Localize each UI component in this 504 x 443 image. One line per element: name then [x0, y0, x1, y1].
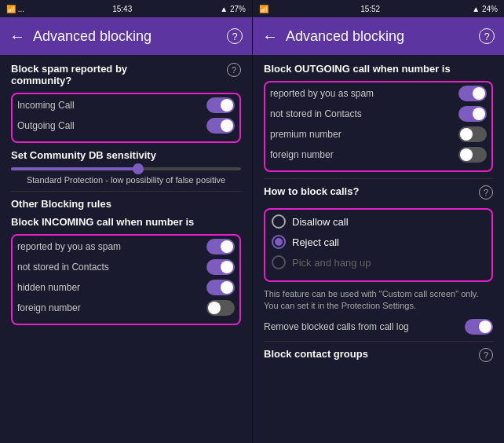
- outgoing-spam-label: reported by you as spam: [270, 88, 374, 99]
- pick-hang-label: Pick and hang up: [292, 257, 371, 269]
- left-content: Block spam reported by community? ? Inco…: [0, 55, 252, 443]
- incoming-contacts-row: not stored in Contacts: [17, 259, 235, 275]
- outgoing-premium-row: premium number: [270, 126, 487, 142]
- remove-blocked-row: Remove blocked calls from call log: [264, 319, 493, 335]
- sensitivity-title: Set Community DB sensitivity: [11, 149, 241, 161]
- reject-call-label: Reject call: [292, 236, 339, 248]
- left-top-bar: ← Advanced blocking ?: [0, 17, 252, 55]
- left-status-bar: 📶 ... 15:43 ▲ 27%: [0, 0, 252, 17]
- how-to-block-help[interactable]: ?: [479, 185, 493, 200]
- outgoing-foreign-label: foreign number: [270, 149, 334, 160]
- block-contact-groups-help[interactable]: ?: [479, 348, 493, 362]
- right-status-left: 📶: [259, 5, 268, 13]
- right-status-bar: 📶 15:52 ▲ 24%: [253, 0, 504, 17]
- outgoing-contacts-toggle[interactable]: [458, 106, 487, 122]
- left-time: 15:43: [112, 5, 132, 13]
- outgoing-contacts-label: not stored in Contacts: [270, 108, 362, 119]
- slider-label: Standard Protection - low possibility of…: [11, 175, 241, 185]
- left-status-icons: 📶 ...: [6, 5, 24, 13]
- incoming-call-row: Incoming Call: [17, 97, 235, 113]
- block-incoming-title: Block INCOMING call when number is: [11, 216, 241, 228]
- outgoing-foreign-row: foreign number: [270, 147, 487, 163]
- right-back-icon[interactable]: ←: [262, 27, 278, 46]
- left-back-icon[interactable]: ←: [9, 27, 25, 46]
- right-status-icons: 📶: [259, 5, 268, 13]
- incoming-contacts-toggle[interactable]: [206, 259, 235, 275]
- left-title: Advanced blocking: [33, 28, 219, 45]
- left-battery: ▲ 27%: [220, 5, 246, 13]
- slider-thumb[interactable]: [133, 163, 144, 174]
- incoming-hidden-label: hidden number: [17, 282, 80, 293]
- outgoing-premium-toggle[interactable]: [458, 126, 487, 142]
- disallow-call-radio[interactable]: [272, 214, 286, 229]
- outgoing-spam-row: reported by you as spam: [270, 86, 487, 101]
- block-contact-groups-section: Block contact groups ?: [264, 348, 493, 366]
- incoming-call-toggle[interactable]: [206, 97, 235, 113]
- left-panel: 📶 ... 15:43 ▲ 27% ← Advanced blocking ? …: [0, 0, 252, 443]
- slider-track[interactable]: [11, 167, 241, 170]
- right-divider: [264, 178, 493, 179]
- right-content: Block OUTGOING call when number is repor…: [253, 55, 504, 443]
- radio-group-box: Disallow call Reject call Pick and hang …: [264, 208, 493, 282]
- incoming-call-label: Incoming Call: [17, 100, 75, 111]
- block-spam-section: Block spam reported by community? ? Inco…: [11, 63, 241, 143]
- incoming-foreign-row: foreign number: [17, 300, 235, 316]
- right-title: Advanced blocking: [286, 28, 471, 45]
- outgoing-call-toggle[interactable]: [206, 118, 235, 134]
- outgoing-toggle-group: reported by you as spam not stored in Co…: [264, 81, 493, 172]
- incoming-toggle-group: reported by you as spam not stored in Co…: [11, 234, 241, 325]
- outgoing-call-row: Outgoing Call: [17, 118, 235, 134]
- right-help-icon[interactable]: ?: [479, 28, 495, 44]
- reject-call-row[interactable]: Reject call: [272, 235, 485, 249]
- how-to-block-header: How to block calls? ?: [264, 185, 493, 203]
- incoming-foreign-toggle[interactable]: [206, 300, 235, 316]
- remove-blocked-toggle[interactable]: [465, 319, 493, 335]
- left-status-left: 📶 ...: [6, 5, 24, 13]
- other-rules-title: Other Blocking rules: [11, 198, 241, 210]
- how-to-block-info: This feature can be used with "Custom ca…: [264, 288, 493, 313]
- block-incoming-section: Block INCOMING call when number is repor…: [11, 216, 241, 325]
- incoming-spam-label: reported by you as spam: [17, 241, 121, 252]
- outgoing-foreign-toggle[interactable]: [458, 147, 487, 163]
- block-outgoing-section: Block OUTGOING call when number is repor…: [264, 63, 493, 172]
- outgoing-call-label: Outgoing Call: [17, 120, 75, 131]
- slider-fill: [11, 167, 137, 170]
- disallow-call-row[interactable]: Disallow call: [272, 214, 485, 229]
- reject-call-radio-inner: [275, 238, 283, 246]
- incoming-spam-toggle[interactable]: [206, 239, 235, 254]
- block-outgoing-title: Block OUTGOING call when number is: [264, 63, 493, 75]
- divider-1: [11, 191, 241, 192]
- right-status-right: ▲ 24%: [472, 5, 498, 13]
- how-to-block-section: How to block calls? ? Disallow call Reje…: [264, 185, 493, 313]
- reject-call-radio[interactable]: [272, 235, 286, 249]
- right-top-bar: ← Advanced blocking ?: [253, 17, 504, 55]
- outgoing-spam-toggle[interactable]: [458, 86, 487, 101]
- slider-container: Standard Protection - low possibility of…: [11, 167, 241, 185]
- how-to-block-title: How to block calls?: [264, 185, 476, 197]
- disallow-call-label: Disallow call: [292, 216, 349, 228]
- left-status-right: ▲ 27%: [220, 5, 246, 13]
- pick-hang-radio: [272, 255, 286, 269]
- outgoing-contacts-row: not stored in Contacts: [270, 106, 487, 122]
- spam-toggle-group: Incoming Call Outgoing Call: [11, 93, 241, 143]
- left-help-icon[interactable]: ?: [227, 28, 243, 44]
- incoming-hidden-row: hidden number: [17, 280, 235, 295]
- incoming-contacts-label: not stored in Contacts: [17, 262, 109, 273]
- right-time: 15:52: [360, 5, 380, 13]
- block-spam-help[interactable]: ?: [227, 63, 241, 77]
- incoming-foreign-label: foreign number: [17, 302, 81, 313]
- sensitivity-section: Set Community DB sensitivity Standard Pr…: [11, 149, 241, 185]
- pick-hang-row: Pick and hang up: [272, 255, 485, 269]
- block-spam-title: Block spam reported by community?: [11, 63, 184, 86]
- bottom-divider: [264, 341, 493, 342]
- incoming-spam-row: reported by you as spam: [17, 239, 235, 254]
- right-battery: ▲ 24%: [472, 5, 498, 13]
- remove-blocked-label: Remove blocked calls from call log: [264, 321, 409, 332]
- outgoing-premium-label: premium number: [270, 129, 341, 140]
- right-panel: 📶 15:52 ▲ 24% ← Advanced blocking ? Bloc…: [252, 0, 504, 443]
- incoming-hidden-toggle[interactable]: [206, 280, 235, 295]
- block-contact-groups-title: Block contact groups: [264, 348, 476, 360]
